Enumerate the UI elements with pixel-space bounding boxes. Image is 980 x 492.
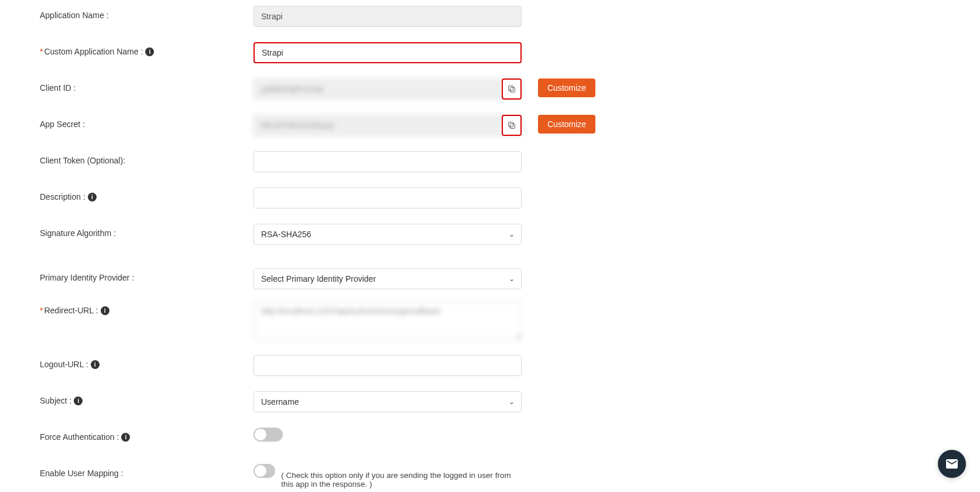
copy-app-secret-button[interactable] [502, 115, 522, 136]
copy-client-id-button[interactable] [502, 78, 522, 100]
custom-application-name-input[interactable] [253, 42, 522, 63]
app-secret-label: App Secret : [40, 115, 253, 129]
mail-icon [945, 457, 959, 471]
signature-algorithm-select[interactable]: RSA-SHA256 [253, 224, 522, 245]
chat-fab-button[interactable] [938, 450, 966, 478]
svg-rect-3 [509, 122, 513, 127]
info-icon[interactable]: i [91, 360, 100, 369]
customize-app-secret-button[interactable]: Customize [538, 115, 595, 134]
application-name-input [253, 6, 522, 27]
force-authentication-label: Force Authentication : i [40, 428, 253, 442]
force-authentication-toggle[interactable] [253, 428, 283, 442]
copy-icon [507, 121, 516, 130]
subject-label: Subject : i [40, 391, 253, 405]
svg-rect-1 [509, 86, 513, 91]
redirect-url-input[interactable]: http://localhost:1337/api/auth/miniorang… [253, 301, 522, 340]
info-icon[interactable]: i [101, 306, 109, 315]
user-mapping-helper-text: ( Check this option only if you are send… [281, 464, 522, 488]
application-name-label: Application Name : [40, 6, 253, 20]
client-id-label: Client ID : [40, 78, 253, 93]
description-input[interactable] [253, 187, 522, 209]
info-icon[interactable]: i [74, 397, 83, 405]
svg-rect-0 [510, 87, 515, 92]
custom-application-name-label: *Custom Application Name : i [40, 42, 253, 56]
logout-url-label: Logout-URL : i [40, 355, 253, 369]
primary-identity-provider-label: Primary Identity Provider : [40, 268, 253, 282]
copy-icon [507, 84, 516, 94]
client-token-label: Client Token (Optional): [40, 151, 253, 165]
info-icon[interactable]: i [121, 433, 130, 442]
info-icon[interactable]: i [88, 193, 97, 201]
redirect-url-label: *Redirect-URL : i [40, 301, 253, 315]
enable-user-mapping-label: Enable User Mapping : [40, 464, 253, 478]
svg-rect-2 [510, 124, 515, 128]
logout-url-input[interactable] [253, 355, 522, 376]
customize-client-id-button[interactable]: Customize [538, 78, 595, 97]
subject-select[interactable]: Username [253, 391, 522, 412]
app-secret-input: RK2DTWcSnG0azq [253, 115, 522, 136]
description-label: Description : i [40, 187, 253, 201]
primary-identity-provider-select[interactable]: Select Primary Identity Provider [253, 268, 522, 289]
client-id-input: yaNkZmpFcXJue [253, 78, 522, 100]
client-token-input[interactable] [253, 151, 522, 172]
enable-user-mapping-toggle[interactable] [253, 464, 275, 478]
signature-algorithm-label: Signature Algorithm : [40, 224, 253, 238]
info-icon[interactable]: i [145, 47, 154, 56]
